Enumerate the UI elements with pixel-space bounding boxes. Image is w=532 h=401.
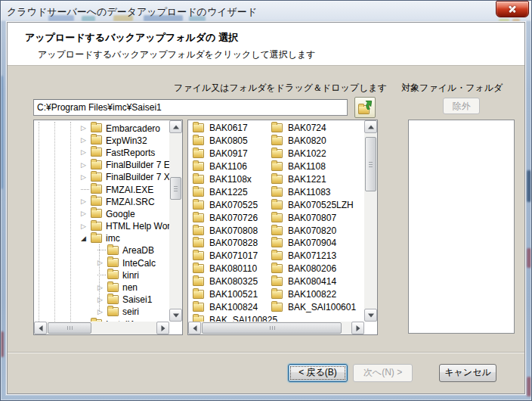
file-list-item[interactable]: BAK1108	[271, 160, 356, 173]
folder-icon	[193, 303, 204, 312]
down-arrow-icon	[368, 313, 374, 317]
file-list-item[interactable]: BAK0805	[193, 135, 277, 148]
folder-icon	[193, 251, 204, 260]
file-list-item[interactable]: BAK100521	[193, 288, 277, 301]
file-list-item[interactable]: BAK070726	[193, 211, 277, 224]
close-button[interactable]	[496, 1, 529, 17]
scroll-down-button[interactable]	[364, 309, 377, 322]
tree-guide-line	[70, 122, 71, 322]
left-arrow-icon	[39, 325, 42, 331]
expand-arrow-icon[interactable]: ▷	[81, 148, 91, 156]
scroll-up-button[interactable]	[364, 120, 377, 133]
file-list-item-label: BAK0917	[209, 148, 248, 159]
file-list-item[interactable]: BAK1225	[193, 185, 277, 198]
scroll-right-button[interactable]	[351, 322, 364, 334]
file-list-item[interactable]: BAK0617	[193, 122, 277, 135]
tree-item-label: AreaDB	[122, 244, 154, 256]
file-list-item[interactable]: BAK_SAI100825	[193, 313, 277, 322]
tree-horizontal-scrollbar	[34, 322, 169, 334]
file-list-item[interactable]: BAK070828	[193, 237, 277, 250]
expand-arrow-icon[interactable]: ▷	[81, 210, 91, 217]
file-list-item[interactable]: BAK0724	[271, 122, 356, 135]
scrollbar-thumb[interactable]	[170, 177, 181, 200]
file-list-item-label: BAK1106	[209, 161, 247, 172]
target-files-listbox[interactable]	[408, 120, 515, 334]
next-button[interactable]: 次へ(N) >	[353, 364, 413, 382]
file-list-item-label: BAK070808	[209, 225, 258, 236]
folder-icon	[271, 264, 283, 273]
file-list-item[interactable]: BAK100822	[271, 288, 356, 301]
file-list-item[interactable]: BAK070807	[271, 211, 356, 224]
scroll-down-button[interactable]	[169, 309, 182, 322]
folder-icon	[107, 258, 119, 267]
file-list-item[interactable]: BAK070525	[193, 198, 277, 211]
scroll-left-button[interactable]	[34, 322, 47, 334]
list-vertical-scrollbar	[364, 120, 377, 322]
expand-arrow-icon[interactable]: ▷	[81, 197, 91, 205]
scroll-up-button[interactable]	[169, 120, 182, 133]
drag-drop-hint: ファイル又はフォルダをドラッグ＆ドロップします	[174, 82, 376, 95]
scroll-right-button[interactable]	[156, 322, 169, 334]
file-list-item[interactable]: BAK080206	[271, 263, 356, 275]
cancel-button[interactable]: キャンセル	[439, 364, 496, 382]
folder-icon	[271, 277, 283, 286]
scrollbar-thumb[interactable]	[202, 322, 342, 334]
folder-icon	[193, 226, 204, 235]
path-input[interactable]	[33, 99, 348, 116]
back-button[interactable]: < 戻る(B)	[288, 364, 348, 382]
file-list-item[interactable]: BAK0917	[193, 148, 277, 160]
file-list-item[interactable]: BAK0820	[271, 135, 356, 148]
file-list-item-label: BAK070904	[288, 238, 336, 248]
file-list-item[interactable]: BAK100824	[193, 300, 277, 313]
green-up-arrow-icon	[363, 98, 374, 110]
tree-item-label: FinalBuilder 7 XE	[106, 171, 169, 182]
scroll-left-button[interactable]	[188, 322, 201, 334]
file-list-item[interactable]: BAK1221	[271, 173, 356, 186]
file-list-item[interactable]: BAK071213	[271, 250, 356, 263]
glass-smudge	[527, 248, 531, 268]
folder-icon	[91, 209, 102, 218]
expand-arrow-icon[interactable]: ▷	[81, 136, 91, 144]
tree-item-label: FMZAI.SRC	[106, 196, 155, 207]
exclude-button[interactable]: 除外	[443, 98, 480, 114]
expand-arrow-icon[interactable]: ▷	[81, 124, 91, 132]
upload-folder-button[interactable]	[354, 97, 376, 118]
file-list-item[interactable]: BAK1106	[193, 160, 277, 173]
file-list-item[interactable]: BAK1108x	[193, 173, 277, 186]
tree-guide-line	[54, 122, 55, 322]
file-list-item[interactable]: BAK11083	[271, 185, 356, 198]
file-list-item[interactable]: BAK080325	[193, 275, 277, 288]
close-x-icon	[496, 2, 528, 17]
folder-icon	[107, 270, 119, 279]
file-list-item[interactable]: BAK071017	[193, 250, 277, 263]
scrollbar-thumb[interactable]	[48, 322, 91, 334]
expand-arrow-icon[interactable]: ▷	[81, 222, 91, 230]
file-list-item[interactable]: BAK070525LZH	[271, 198, 356, 211]
file-list-item-label: BAK1022	[288, 148, 326, 159]
file-list-item[interactable]: BAK070808	[193, 224, 277, 237]
folder-icon	[271, 226, 283, 235]
scrollbar-thumb[interactable]	[365, 137, 376, 191]
file-list-item[interactable]: BAK080414	[271, 275, 356, 288]
left-arrow-icon	[193, 325, 196, 331]
tree-item-label: FinalBuilder 7 EE	[106, 159, 169, 170]
file-list-item-label: BAK070726	[209, 213, 258, 223]
folder-icon	[271, 162, 283, 171]
folder-icon	[107, 246, 119, 255]
file-list-item-label: BAK100822	[288, 289, 336, 300]
expand-arrow-icon[interactable]: ▷	[81, 161, 91, 169]
file-list-item[interactable]: BAK070904	[271, 237, 356, 250]
file-list-item[interactable]: BAK070820	[271, 224, 356, 237]
file-list-item-label: BAK070807	[288, 213, 336, 223]
expand-arrow-icon[interactable]: ▷	[81, 173, 91, 181]
file-list-item[interactable]: BAK080110	[193, 263, 277, 275]
folder-icon	[271, 175, 283, 184]
folder-icon	[193, 290, 204, 299]
glass-smudge	[527, 377, 531, 396]
folder-icon	[107, 295, 119, 304]
glass-smudge	[0, 331, 4, 357]
collapse-arrow-icon[interactable]: ◢	[81, 235, 91, 242]
file-list-item[interactable]: BAK1022	[271, 148, 356, 160]
tree-item-label: FMZAI.EXE	[106, 184, 153, 195]
file-list-item[interactable]: BAK_SAI100601	[271, 300, 356, 313]
